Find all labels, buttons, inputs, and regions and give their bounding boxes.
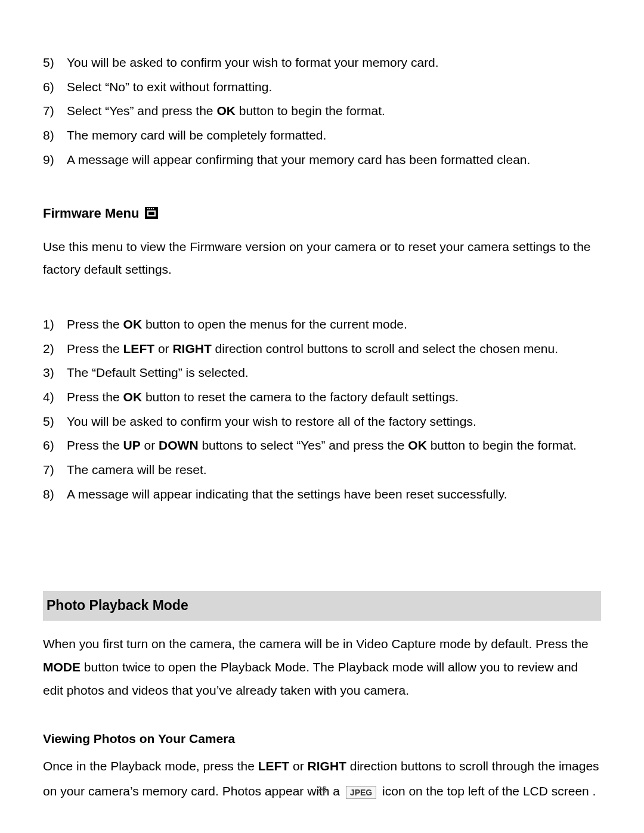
list-item-number: 3): [43, 363, 67, 383]
list-item-text: Select “No” to exit without formatting.: [67, 77, 601, 98]
list-item-text: Press the OK button to open the menus fo…: [67, 314, 601, 335]
list-item-number: 7): [43, 101, 67, 122]
list-item-text: Press the UP or DOWN buttons to select “…: [67, 435, 601, 456]
list-item-text: A message will appear indicating that th…: [67, 484, 601, 505]
list-item-number: 2): [43, 339, 67, 360]
document-page: 5)You will be asked to confirm your wish…: [0, 0, 644, 804]
firmware-menu-heading: Firmware Menu: [43, 203, 601, 224]
bold-text: DOWN: [159, 438, 199, 452]
format-steps-list: 5)You will be asked to confirm your wish…: [43, 52, 601, 170]
bold-text: OK: [123, 390, 143, 404]
list-item: 6)Select “No” to exit without formatting…: [43, 77, 601, 98]
list-item-number: 6): [43, 77, 67, 98]
list-item: 2)Press the LEFT or RIGHT direction cont…: [43, 339, 601, 360]
bold-text: UP: [123, 438, 141, 452]
list-item: 3)The “Default Setting” is selected.: [43, 363, 601, 383]
bold-text: RIGHT: [172, 342, 211, 355]
list-item: 4)Press the OK button to reset the camer…: [43, 387, 601, 408]
list-item-number: 8): [43, 484, 67, 505]
list-item-number: 6): [43, 435, 67, 456]
list-item-number: 7): [43, 460, 67, 481]
list-item-text: Press the OK button to reset the camera …: [67, 387, 601, 408]
spacer: [43, 290, 601, 314]
photo-playback-intro-paragraph: When you first turn on the camera, the c…: [43, 633, 601, 702]
list-item-text: You will be asked to confirm your wish t…: [67, 411, 601, 432]
bold-text: OK: [216, 104, 236, 117]
photo-playback-mode-heading: Photo Playback Mode: [43, 591, 601, 621]
firmware-menu-heading-text: Firmware Menu: [43, 203, 139, 224]
bold-text: LEFT: [123, 342, 155, 355]
list-item: 1)Press the OK button to open the menus …: [43, 314, 601, 335]
list-item-number: 9): [43, 150, 67, 171]
list-item: 6)Press the UP or DOWN buttons to select…: [43, 435, 601, 456]
list-item-text: The camera will be reset.: [67, 460, 601, 481]
list-item: 5)You will be asked to confirm your wish…: [43, 52, 601, 73]
list-item-text: A message will appear confirming that yo…: [67, 150, 601, 171]
list-item: 7)The camera will be reset.: [43, 460, 601, 481]
spacer: [43, 537, 601, 591]
list-item: 7)Select “Yes” and press the OK button t…: [43, 101, 601, 122]
list-item-text: Press the LEFT or RIGHT direction contro…: [67, 339, 601, 360]
bold-text: RIGHT: [308, 759, 346, 773]
list-item-text: The memory card will be completely forma…: [67, 125, 601, 146]
firmware-menu-icon: [145, 207, 158, 219]
list-item: 8)The memory card will be completely for…: [43, 125, 601, 146]
list-item-number: 5): [43, 411, 67, 432]
list-item-text: Select “Yes” and press the OK button to …: [67, 101, 601, 122]
bold-text: OK: [123, 317, 143, 331]
list-item-text: The “Default Setting” is selected.: [67, 363, 601, 383]
firmware-intro-paragraph: Use this menu to view the Firmware versi…: [43, 236, 601, 282]
bold-text: OK: [408, 438, 427, 452]
list-item-number: 8): [43, 125, 67, 146]
list-item: 5)You will be asked to confirm your wish…: [43, 411, 601, 432]
list-item-number: 4): [43, 387, 67, 408]
bold-text: LEFT: [258, 759, 290, 773]
list-item-number: 1): [43, 314, 67, 335]
page-number: 26: [0, 782, 644, 797]
list-item: 9)A message will appear confirming that …: [43, 150, 601, 171]
firmware-steps-list: 1)Press the OK button to open the menus …: [43, 314, 601, 504]
viewing-photos-heading: Viewing Photos on Your Camera: [43, 729, 601, 750]
bold-text: MODE: [43, 660, 80, 674]
list-item-number: 5): [43, 52, 67, 73]
list-item: 8)A message will appear indicating that …: [43, 484, 601, 505]
list-item-text: You will be asked to confirm your wish t…: [67, 52, 601, 73]
